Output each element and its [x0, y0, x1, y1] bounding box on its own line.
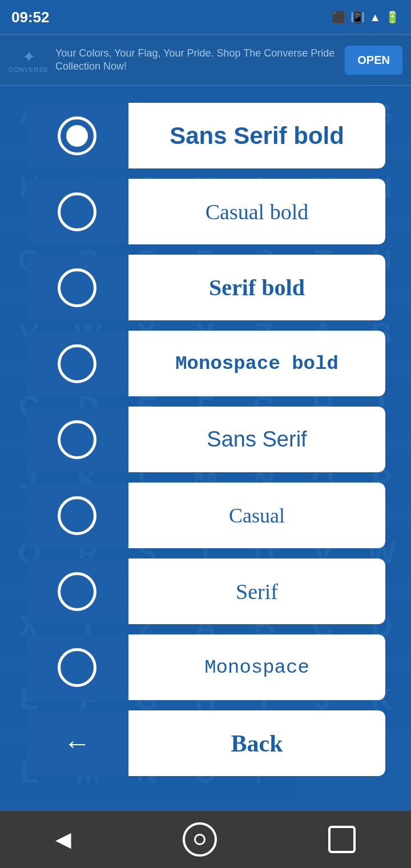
- home-nav-button[interactable]: [183, 822, 217, 857]
- radio-side-sans-serif: [26, 407, 128, 472]
- option-label-sans-serif-bold: Sans Serif bold: [158, 122, 356, 150]
- converse-star-icon: ✦: [22, 47, 35, 66]
- ad-banner: ✦ CONVERSE Your Colors, Your Flag, Your …: [0, 34, 411, 86]
- option-row-monospace-bold[interactable]: Monospace bold: [26, 331, 385, 396]
- option-label-serif-bold: Serif bold: [198, 274, 316, 301]
- option-label-side-sans-serif-bold: Sans Serif bold: [128, 103, 385, 168]
- home-circle-inner: [194, 834, 206, 845]
- radio-circle-serif-bold: [58, 268, 96, 307]
- radio-side-sans-serif-bold: [26, 103, 128, 168]
- radio-circle-casual-bold: [58, 192, 96, 231]
- back-nav-icon: ◀: [55, 827, 71, 851]
- vibrate-icon: 📳: [350, 10, 365, 24]
- ad-logo: ✦ CONVERSE: [9, 47, 49, 73]
- recents-square-icon: [328, 826, 356, 853]
- option-label-casual-bold: Casual bold: [194, 199, 320, 224]
- back-nav-button[interactable]: ◀: [55, 827, 71, 851]
- home-circle-icon: [183, 822, 217, 857]
- radio-circle-sans-serif-bold: [58, 116, 96, 155]
- option-label-monospace: Monospace: [193, 657, 321, 678]
- radio-side-serif-bold: [26, 255, 128, 320]
- option-label-side-casual: Casual: [128, 483, 385, 548]
- main-content: Sans Serif boldCasual boldSerif boldMono…: [0, 86, 411, 793]
- ad-text: Your Colors, Your Flag, Your Pride. Shop…: [55, 47, 338, 74]
- wifi-icon: ▲: [369, 11, 381, 24]
- back-label-side: Back: [128, 710, 385, 776]
- radio-side-casual: [26, 483, 128, 548]
- status-time: 09:52: [11, 9, 50, 26]
- option-row-sans-serif-bold[interactable]: Sans Serif bold: [26, 103, 385, 168]
- option-label-side-sans-serif: Sans Serif: [128, 407, 385, 472]
- radio-circle-serif: [58, 572, 96, 611]
- radio-side-monospace-bold: [26, 331, 128, 396]
- ad-open-button[interactable]: OPEN: [345, 46, 402, 75]
- option-row-sans-serif[interactable]: Sans Serif: [26, 407, 385, 472]
- option-row-serif[interactable]: Serif: [26, 558, 385, 624]
- option-row-casual[interactable]: Casual: [26, 483, 385, 548]
- option-label-sans-serif: Sans Serif: [195, 427, 318, 452]
- radio-side-monospace: [26, 634, 128, 700]
- option-label-side-casual-bold: Casual bold: [128, 179, 385, 244]
- option-label-monospace-bold: Monospace bold: [164, 353, 350, 375]
- option-label-serif: Serif: [224, 579, 289, 604]
- radio-circle-monospace: [58, 648, 96, 687]
- recents-nav-button[interactable]: [328, 826, 356, 853]
- option-label-casual: Casual: [217, 504, 296, 528]
- radio-side-casual-bold: [26, 179, 128, 244]
- option-row-serif-bold[interactable]: Serif bold: [26, 255, 385, 320]
- option-label-side-serif: Serif: [128, 558, 385, 624]
- option-label-side-monospace: Monospace: [128, 634, 385, 700]
- radio-circle-casual: [58, 496, 96, 535]
- back-label: Back: [231, 730, 283, 757]
- status-bar: 09:52 ⬛ 📳 ▲ 🔋: [0, 0, 411, 34]
- option-label-side-serif-bold: Serif bold: [128, 255, 385, 320]
- back-button-row[interactable]: ←Back: [26, 710, 385, 776]
- radio-side-serif: [26, 558, 128, 624]
- option-row-casual-bold[interactable]: Casual bold: [26, 179, 385, 244]
- cast-icon: ⬛: [332, 10, 346, 24]
- back-arrow-icon: ←: [63, 728, 91, 759]
- converse-logo-text: CONVERSE: [9, 66, 49, 73]
- nav-bar: ◀: [0, 811, 411, 868]
- radio-circle-monospace-bold: [58, 344, 96, 383]
- back-icon-side: ←: [26, 710, 128, 776]
- option-row-monospace[interactable]: Monospace: [26, 634, 385, 700]
- status-icons: ⬛ 📳 ▲ 🔋: [332, 10, 400, 24]
- battery-icon: 🔋: [385, 10, 400, 24]
- option-label-side-monospace-bold: Monospace bold: [128, 331, 385, 396]
- radio-circle-sans-serif: [58, 420, 96, 459]
